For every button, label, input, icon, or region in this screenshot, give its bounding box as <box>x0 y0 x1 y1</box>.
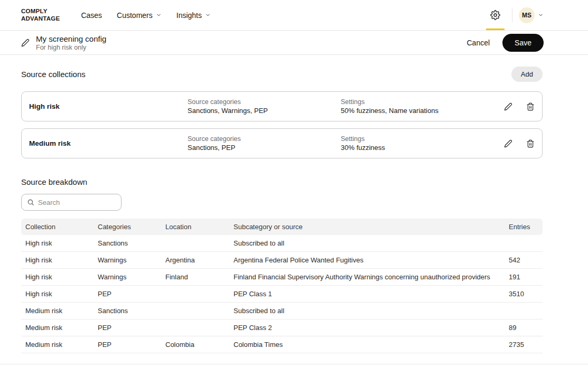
table-cell <box>505 303 543 319</box>
table-row: High riskSanctionsSubscribed to all <box>21 235 543 252</box>
table-cell: High risk <box>21 286 94 303</box>
table-body: High riskSanctionsSubscribed to allHigh … <box>21 235 543 353</box>
table-header-cell: Categories <box>94 219 161 235</box>
table-cell: 3510 <box>505 286 543 303</box>
table-cell: PEP <box>94 319 161 336</box>
nav-item-cases[interactable]: Cases <box>81 11 102 20</box>
table-cell: Warnings <box>94 269 161 286</box>
table-cell: Colombia Times <box>229 336 505 353</box>
chevron-down-icon[interactable] <box>538 12 544 18</box>
header-actions: Cancel Save <box>466 34 544 52</box>
table-cell <box>161 303 229 319</box>
table-cell: High risk <box>21 235 94 252</box>
chevron-down-icon <box>156 12 162 18</box>
table-row: High riskPEPPEP Class 13510 <box>21 286 543 303</box>
source-collection-card: Medium risk Source categories Sanctions,… <box>21 128 543 158</box>
table-header-row: CollectionCategoriesLocationSubcategory … <box>21 219 543 235</box>
table-cell: Sanctions <box>94 303 161 319</box>
collection-settings: Settings 30% fuzziness <box>341 135 484 152</box>
chevron-down-icon <box>205 12 211 18</box>
source-breakdown-title: Source breakdown <box>21 177 543 186</box>
settings-value: 30% fuzziness <box>341 144 484 152</box>
categories-label: Source categories <box>188 135 341 143</box>
table-row: High riskWarningsFinlandFinland Financia… <box>21 269 543 286</box>
table-cell: 191 <box>505 269 543 286</box>
search-icon <box>27 199 34 206</box>
collection-name: High risk <box>29 102 188 110</box>
source-collections-title: Source collections <box>21 70 86 79</box>
cancel-button[interactable]: Cancel <box>466 39 490 47</box>
table-cell: High risk <box>21 269 94 286</box>
source-collections-header: Source collections Add <box>21 67 543 82</box>
categories-value: Sanctions, Warnings, PEP <box>188 107 341 115</box>
page-subtitle: For high risk only <box>36 44 106 51</box>
collection-settings: Settings 50% fuzziness, Name variations <box>341 98 484 115</box>
pencil-icon <box>504 102 512 111</box>
table-cell <box>505 235 543 252</box>
table-cell: Sanctions <box>94 235 161 252</box>
table-header-cell: Subcategory or source <box>229 219 505 235</box>
collection-name: Medium risk <box>29 139 188 147</box>
table-cell: Argentina <box>161 252 229 269</box>
categories-label: Source categories <box>188 98 341 106</box>
table-cell: 542 <box>505 252 543 269</box>
table-cell: Subscribed to all <box>229 303 505 319</box>
table-cell: Finland Financial Supervisory Authority … <box>229 269 505 286</box>
collection-actions <box>484 102 535 111</box>
table-cell: PEP Class 2 <box>229 319 505 336</box>
logo[interactable]: COMPLY ADVANTAGE <box>21 8 60 22</box>
delete-collection-button[interactable] <box>526 139 535 148</box>
nav-item-label: Insights <box>176 11 202 20</box>
table-cell <box>161 319 229 336</box>
pencil-icon <box>21 39 30 47</box>
delete-collection-button[interactable] <box>526 102 535 111</box>
table-cell: 89 <box>505 319 543 336</box>
table-row: Medium riskPEPColombiaColombia Times2735 <box>21 336 543 353</box>
table-cell: Medium risk <box>21 336 94 353</box>
table-cell: 2735 <box>505 336 543 353</box>
logo-line2: ADVANTAGE <box>21 15 60 22</box>
nav-item-label: Customers <box>117 11 153 20</box>
table-header-cell: Collection <box>21 219 94 235</box>
settings-value: 50% fuzziness, Name variations <box>341 107 484 115</box>
table-cell: Finland <box>161 269 229 286</box>
nav-right: MS <box>485 0 544 30</box>
config-title-block: My screening config For high risk only <box>21 34 106 51</box>
page-header: My screening config For high risk only C… <box>0 31 588 55</box>
settings-button[interactable] <box>485 0 506 30</box>
source-collection-card: High risk Source categories Sanctions, W… <box>21 91 543 121</box>
primary-nav: Cases Customers Insights <box>81 11 211 20</box>
settings-label: Settings <box>341 135 484 143</box>
nav-item-customers[interactable]: Customers <box>117 11 162 20</box>
main-content: Source collections Add High risk Source … <box>21 67 543 353</box>
source-breakdown-table: CollectionCategoriesLocationSubcategory … <box>21 219 543 353</box>
logo-line1: COMPLY <box>21 8 60 15</box>
top-nav: COMPLY ADVANTAGE Cases Customers Insight… <box>0 0 588 31</box>
gear-icon <box>490 10 500 20</box>
table-row: Medium riskPEPPEP Class 289 <box>21 319 543 336</box>
table-cell <box>161 286 229 303</box>
save-button[interactable]: Save <box>502 34 544 52</box>
collection-actions <box>484 139 535 148</box>
nav-divider <box>512 8 512 22</box>
add-collection-button[interactable]: Add <box>511 67 543 82</box>
edit-collection-button[interactable] <box>504 102 512 111</box>
table-cell: Argentina Federal Police Wanted Fugitive… <box>229 252 505 269</box>
table-cell: PEP <box>94 336 161 353</box>
table-header-cell: Location <box>161 219 229 235</box>
edit-collection-button[interactable] <box>504 139 512 148</box>
pencil-icon <box>504 139 512 148</box>
table-row: Medium riskSanctionsSubscribed to all <box>21 303 543 319</box>
avatar[interactable]: MS <box>519 7 535 23</box>
table-header-cell: Entries <box>505 219 543 235</box>
table-cell: Colombia <box>161 336 229 353</box>
nav-item-insights[interactable]: Insights <box>176 11 211 20</box>
table-cell: PEP <box>94 286 161 303</box>
table-cell: Medium risk <box>21 319 94 336</box>
table-cell: Subscribed to all <box>229 235 505 252</box>
search-input[interactable] <box>38 199 116 206</box>
table-cell <box>161 235 229 252</box>
table-cell: High risk <box>21 252 94 269</box>
settings-label: Settings <box>341 98 484 106</box>
collection-categories: Source categories Sanctions, PEP <box>188 135 341 152</box>
